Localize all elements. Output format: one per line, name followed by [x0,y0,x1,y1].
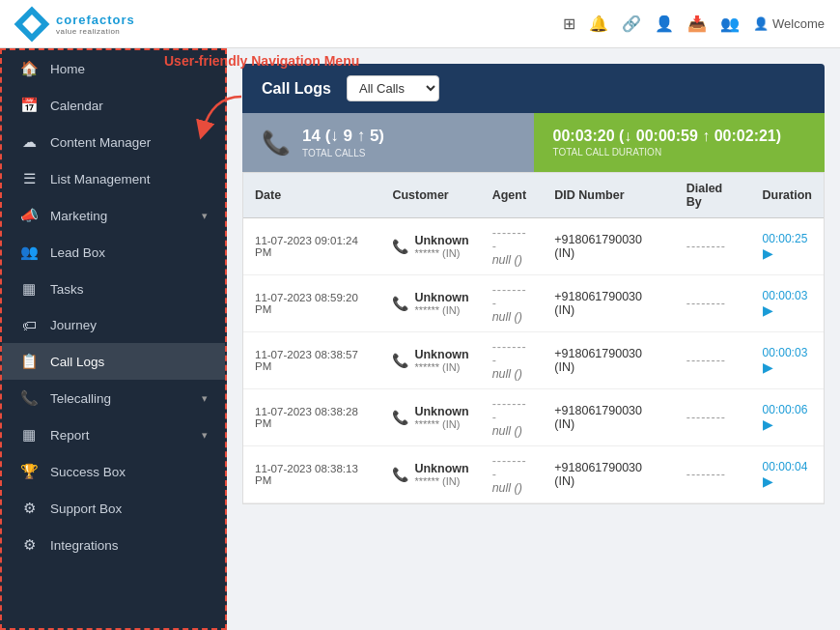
agent-null: null () [492,424,532,438]
main-content: Call Logs All CallsInboundOutboundMissed… [227,48,840,630]
customer-cell: 📞 Unknown ****** (IN) [380,218,480,275]
sidebar-item-home[interactable]: 🏠 Home [2,50,225,87]
content-manager-icon: ☁ [19,133,39,151]
total-calls-stat: 📞 14 (↓ 9 ↑ 5) TOTAL CALLS [242,113,534,172]
date-cell: 11-07-2023 09:01:24 PM [243,218,380,275]
customer-name: Unknown [414,291,468,304]
play-icon[interactable]: ▶ [763,245,773,261]
table-row: 11-07-2023 08:59:20 PM 📞 Unknown ****** … [243,275,824,332]
sidebar-item-content-manager[interactable]: ☁ Content Manager [2,124,225,160]
call-logs-header: Call Logs All CallsInboundOutboundMissed [242,64,825,113]
table-row: 11-07-2023 08:38:57 PM 📞 Unknown ****** … [243,332,824,389]
sidebar-item-marketing[interactable]: 📣 Marketing ▾ [2,197,225,234]
users-icon[interactable]: 👥 [720,14,740,33]
header-icons: ⊞ 🔔 🔗 👤 📥 👥 👤 Welcome [563,14,825,33]
play-icon[interactable]: ▶ [763,473,773,489]
sidebar-label-integrations: Integrations [50,538,208,553]
customer-name: Unknown [414,462,468,475]
col-header-did-number: DID Number [543,173,674,218]
user-icon[interactable]: 👤 [655,14,674,33]
customer-cell: 📞 Unknown ****** (IN) [380,446,480,503]
call-logs-filter[interactable]: All CallsInboundOutboundMissed [347,75,439,101]
customer-sub: ****** (IN) [414,304,468,316]
table-body: 11-07-2023 09:01:24 PM 📞 Unknown ****** … [243,218,824,503]
call-icon: 📞 [392,296,408,311]
sidebar-label-lead-box: Lead Box [50,245,208,260]
duration-value: 00:00:06 [763,403,812,416]
journey-icon: 🏷 [19,317,39,333]
play-icon[interactable]: ▶ [763,416,773,432]
calendar-icon: 📅 [19,97,39,114]
duration-value: 00:00:03 [763,346,812,359]
col-header-date: Date [243,173,380,218]
agent-dashes: -------- [492,226,532,253]
sidebar-item-call-logs[interactable]: 📋 Call Logs [2,343,225,380]
agent-null: null () [492,367,532,381]
date-cell: 11-07-2023 08:38:13 PM [243,446,380,503]
sidebar-label-call-logs: Call Logs [50,355,208,369]
agent-null: null () [492,481,532,495]
sidebar-item-support-box[interactable]: ⚙ Support Box [2,490,225,527]
total-duration-label: TOTAL CALL DURATION [553,147,662,158]
sidebar-label-support-box: Support Box [50,501,208,516]
agent-null: null () [492,310,532,324]
sidebar-item-journey[interactable]: 🏷 Journey [2,307,225,343]
agent-null: null () [492,253,532,267]
col-header-customer: Customer [380,173,480,218]
duration-cell: 00:00:25 ▶ [751,218,824,275]
sidebar-item-integrations[interactable]: ⚙ Integrations [2,527,225,563]
agent-cell: -------- null () [481,389,544,446]
sidebar-item-telecalling[interactable]: 📞 Telecalling ▾ [2,380,225,416]
dialed-by-cell: -------- [675,218,751,275]
sidebar-item-list-management[interactable]: ☰ List Management [2,160,225,197]
play-icon[interactable]: ▶ [763,359,773,375]
duration-cell: 00:00:06 ▶ [751,389,824,446]
sidebar-label-home: Home [50,62,208,76]
duration-value: 00:00:04 [763,460,812,473]
dialed-by-cell: -------- [675,389,751,446]
call-icon: 📞 [392,410,408,425]
customer-name: Unknown [414,348,468,361]
date-cell: 11-07-2023 08:38:57 PM [243,332,380,389]
table-header: DateCustomerAgentDID NumberDialed ByDura… [243,173,824,218]
dialed-dashes: -------- [686,354,726,367]
customer-name: Unknown [414,234,468,247]
call-icon: 📞 [392,239,408,254]
table-row: 11-07-2023 08:38:28 PM 📞 Unknown ****** … [243,389,824,446]
sidebar-item-success-box[interactable]: 🏆 Success Box [2,453,225,490]
customer-cell: 📞 Unknown ****** (IN) [380,332,480,389]
dialed-by-cell: -------- [675,332,751,389]
link-icon[interactable]: 🔗 [622,14,641,33]
did-number: +918061790030 (IN) [554,461,662,488]
sidebar-item-calendar[interactable]: 📅 Calendar [2,87,225,124]
grid-icon[interactable]: ⊞ [563,14,575,33]
call-logs-table: DateCustomerAgentDID NumberDialed ByDura… [243,173,824,503]
customer-sub: ****** (IN) [414,418,468,430]
chevron-icon: ▾ [202,392,208,405]
total-calls-value: 14 (↓ 9 ↑ 5) [302,127,384,146]
agent-dashes: -------- [492,340,532,367]
integrations-icon: ⚙ [19,536,39,554]
sidebar-item-lead-box[interactable]: 👥 Lead Box [2,234,225,271]
logo-name: corefactors [56,13,135,27]
agent-dashes: -------- [492,454,532,481]
dialed-dashes: -------- [686,468,726,481]
sidebar-item-report[interactable]: ▦ Report ▾ [2,416,225,453]
bell-icon[interactable]: 🔔 [589,14,608,33]
sidebar-label-success-box: Success Box [50,465,208,479]
duration-value: 00:00:03 [763,289,812,302]
app-layout: 🏠 Home 📅 Calendar ☁ Content Manager ☰ Li… [0,48,840,630]
did-cell: +918061790030 (IN) [543,332,674,389]
inbox-icon[interactable]: 📥 [687,14,707,33]
support-box-icon: ⚙ [19,500,39,517]
dialed-by-cell: -------- [675,446,751,503]
sidebar-item-tasks[interactable]: ▦ Tasks [2,271,225,307]
did-number: +918061790030 (IN) [554,347,662,374]
logo-sub: value realization [56,27,135,36]
did-cell: +918061790030 (IN) [543,218,674,275]
agent-cell: -------- null () [481,332,544,389]
customer-sub: ****** (IN) [414,247,468,259]
play-icon[interactable]: ▶ [763,302,773,318]
sidebar-label-report: Report [50,428,190,443]
duration-cell: 00:00:04 ▶ [751,446,824,503]
